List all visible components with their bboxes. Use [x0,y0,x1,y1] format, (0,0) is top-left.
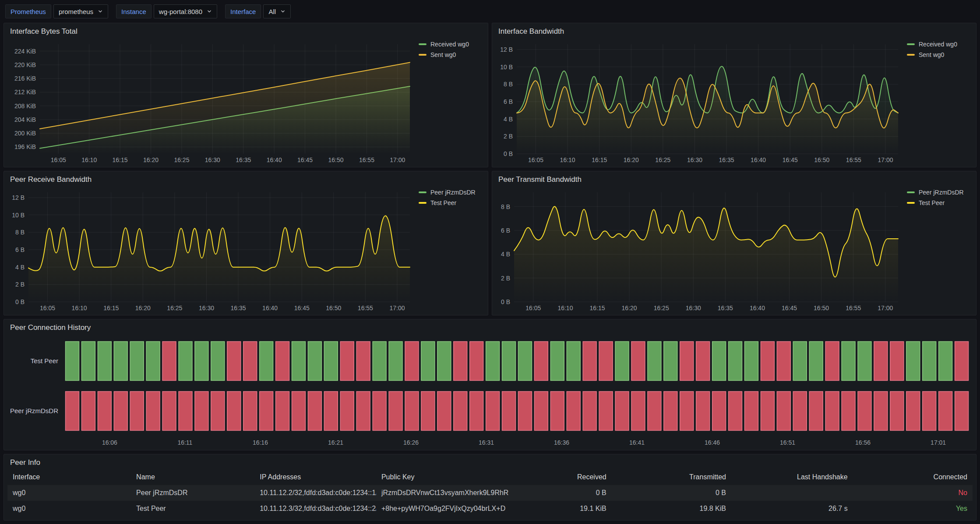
status-bar-down [276,392,289,431]
column-header-connected[interactable]: Connected [853,469,973,485]
series-area-sent-wg0 [40,62,410,154]
table-cell: Test Peer [131,501,254,517]
x-tick-label: 16:55 [358,304,373,312]
table-cell: +8he+pyWH7Oa9g2FVjIxQzy04brLX+D [376,501,542,517]
status-bar-down [502,392,516,431]
chart-canvas: 196 KiB200 KiB204 KiB208 KiB212 KiB216 K… [7,40,414,165]
status-bar-down [179,392,192,431]
x-tick-label: 16:05 [51,156,66,163]
panel-peer-connection-history: Peer Connection History Test PeerPeer jR… [4,319,976,450]
chart-body: 0 B2 B4 B6 B8 B16:0516:1016:1516:2016:25… [495,188,973,313]
column-header-received[interactable]: Received [542,469,612,485]
status-bar-down [114,392,127,431]
status-bar-up [712,342,726,381]
legend-label: Received wg0 [919,41,957,48]
panel-title[interactable]: Interface Bandwidth [492,23,976,39]
variable-select-instance[interactable]: wg-portal:8080 [154,4,217,18]
x-tick-label: 16:15 [113,156,128,163]
x-tick-label: 16:11 [177,439,192,446]
legend-color-icon [419,54,427,56]
panel-title[interactable]: Peer Transmit Bandwidth [492,171,976,187]
status-bar-down [534,342,548,381]
panel-title[interactable]: Peer Receive Bandwidth [4,171,488,187]
dashboard-row-1: Interface Bytes Total 196 KiB200 KiB204 … [4,23,976,167]
status-bar-up [793,342,807,381]
status-bar-up [308,342,321,381]
x-tick-label: 16:45 [782,304,797,312]
panel-title[interactable]: Peer Connection History [4,319,976,335]
x-tick-label: 17:00 [878,304,893,312]
legend-item-peer-jrzmdsdr[interactable]: Peer jRzmDsDR [419,189,476,196]
table-cell: 0 B [612,485,731,501]
variable-interface: Interface All [225,4,291,18]
column-header-last-handshake[interactable]: Last Handshake [731,469,853,485]
y-tick-label: 224 KiB [14,48,36,55]
status-bar-down [405,342,419,381]
variable-select-interface[interactable]: All [263,4,291,18]
status-bar-down [454,342,467,381]
y-tick-label: 2 B [15,281,25,288]
x-tick-label: 16:10 [72,304,87,312]
legend-item-peer-jrzmdsdr[interactable]: Peer jRzmDsDR [907,189,964,196]
x-tick-label: 16:31 [479,439,494,446]
x-tick-label: 16:41 [629,439,645,446]
x-tick-label: 16:25 [174,156,189,163]
variable-prometheus: Prometheus prometheus [5,4,108,18]
x-tick-label: 16:55 [359,156,374,163]
x-tick-label: 17:00 [390,156,405,163]
status-bar-up [437,342,451,381]
legend-item-received-wg0[interactable]: Received wg0 [419,41,469,48]
dashboard-variables-bar: Prometheus prometheus Instance wg-portal… [4,4,976,19]
x-tick-label: 16:45 [297,156,313,163]
y-tick-label: 208 KiB [14,103,36,110]
y-tick-label: 204 KiB [14,116,36,123]
status-bar-down [356,392,370,431]
status-bar-up [260,342,273,381]
series-area-test-peer [28,216,410,302]
x-tick-label: 16:55 [846,156,861,163]
table-row-test-peer: wg0Test Peer10.11.12.3/32,fdfd:d3ad:c0de… [7,501,973,517]
history-plot: Test PeerPeer jRzmDsDR16:0616:1116:1616:… [7,336,973,448]
x-tick-label: 16:35 [718,304,733,312]
x-tick-label: 16:51 [780,439,795,446]
status-bar-down [211,392,225,431]
chart-canvas: 0 B2 B4 B6 B8 B16:0516:1016:1516:2016:25… [495,188,902,313]
panel-title[interactable]: Interface Bytes Total [4,23,488,39]
status-bar-down [243,342,257,381]
status-bar-up [292,342,306,381]
x-tick-label: 16:20 [135,304,151,312]
y-tick-label: 4 B [504,116,513,123]
status-bar-down [486,392,500,431]
x-tick-label: 16:10 [557,304,573,312]
variable-value-text: prometheus [59,8,93,15]
y-tick-label: 12 B [500,46,513,53]
x-tick-label: 16:36 [554,439,569,446]
legend-color-icon [419,191,427,193]
status-bar-up [518,342,532,381]
column-header-transmitted[interactable]: Transmitted [612,469,731,485]
legend-item-sent-wg0[interactable]: Sent wg0 [907,51,944,58]
y-tick-label: 216 KiB [14,75,36,82]
column-header-ip-addresses[interactable]: IP Addresses [254,469,376,485]
chart-body: 0 B2 B4 B6 B8 B10 B12 B16:0516:1016:1516… [7,188,485,313]
legend-item-test-peer[interactable]: Test Peer [907,199,945,206]
table-cell: jRzmDsDRVnwCt13vsyamXherk9L9RhR [376,485,542,501]
x-tick-label: 16:10 [560,156,575,163]
column-header-public-key[interactable]: Public Key [376,469,542,485]
y-tick-label: 8 B [501,203,510,210]
status-bar-down [777,342,790,381]
variable-select-prometheus[interactable]: prometheus [53,4,108,18]
history-canvas: Test PeerPeer jRzmDsDR16:0616:1116:1616:… [7,336,973,448]
panel-title[interactable]: Peer Info [4,454,976,470]
connected-cell: Yes [853,501,973,517]
legend-item-received-wg0[interactable]: Received wg0 [907,41,957,48]
column-header-name[interactable]: Name [131,469,254,485]
legend-item-sent-wg0[interactable]: Sent wg0 [419,51,456,58]
panel-interface-bytes-total: Interface Bytes Total 196 KiB200 KiB204 … [4,23,488,167]
x-tick-label: 16:06 [102,439,117,446]
chart-plot-peer-receive-bandwidth: 0 B2 B4 B6 B8 B10 B12 B16:0516:1016:1516… [7,188,414,313]
legend-item-test-peer[interactable]: Test Peer [419,199,456,206]
status-bar-down [696,392,710,431]
column-header-interface[interactable]: Interface [7,469,131,485]
connected-cell: No [853,485,973,501]
